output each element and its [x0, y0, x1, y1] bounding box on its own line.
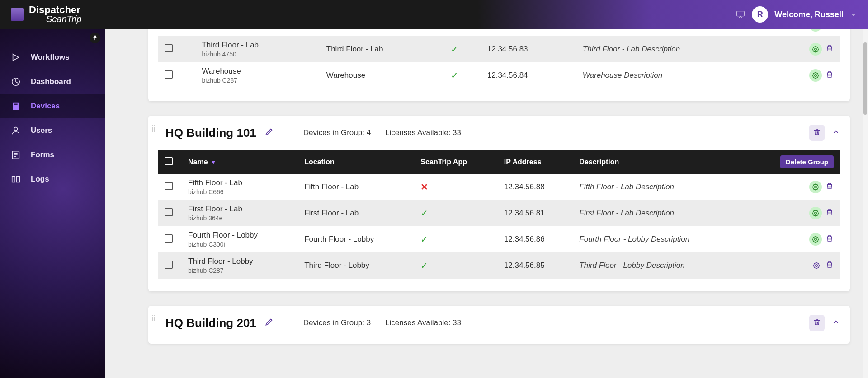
sidebar-item-users[interactable]: Users — [0, 118, 105, 143]
chat-icon[interactable] — [736, 9, 745, 19]
gear-configured-icon[interactable] — [809, 69, 822, 82]
gear-configured-icon[interactable] — [809, 207, 822, 219]
device-location: First Floor - Lab — [298, 200, 414, 226]
sort-desc-icon: ▼ — [211, 159, 217, 166]
device-location: Warehouse — [320, 62, 444, 89]
status-ok-icon: ✓ — [420, 208, 428, 218]
pin-sidebar-button[interactable] — [90, 33, 100, 43]
delete-device-button[interactable] — [826, 208, 834, 219]
scrollbar-thumb[interactable] — [863, 42, 867, 115]
col-scantrip[interactable]: ScanTrip App — [414, 150, 497, 174]
device-name: Fourth Floor - Lobby — [188, 231, 292, 240]
devices-icon — [11, 101, 21, 111]
row-checkbox[interactable] — [165, 208, 173, 216]
svg-point-10 — [815, 75, 817, 77]
device-row: Fourth Floor - Lobbybizhub C300i Fourth … — [158, 226, 840, 252]
device-row: Fifth Floor - Labbizhub C666 Fifth Floor… — [158, 174, 840, 200]
scrollbar[interactable] — [863, 29, 868, 378]
workflow-icon — [11, 52, 21, 62]
svg-point-18 — [816, 265, 818, 267]
edit-group-title-button[interactable] — [264, 127, 274, 138]
sidebar-item-logs[interactable]: Logs — [0, 167, 105, 191]
delete-device-button[interactable] — [826, 260, 834, 271]
status-fail-icon: ✕ — [420, 182, 428, 192]
gear-configured-icon[interactable] — [809, 43, 822, 56]
delete-device-button[interactable] — [826, 182, 834, 193]
col-description[interactable]: Description — [573, 150, 746, 174]
group-title: HQ Building 201 — [165, 316, 256, 330]
user-menu[interactable]: R Welcome, Russell — [736, 6, 857, 23]
gear-icon[interactable] — [811, 260, 822, 271]
status-ok-icon: ✓ — [420, 234, 428, 244]
row-checkbox[interactable] — [165, 182, 173, 190]
svg-rect-19 — [737, 11, 745, 16]
device-row: First Floor - Labbizhub 364e First Floor… — [158, 200, 840, 226]
device-model: bizhub 4750 — [202, 51, 313, 58]
drag-handle-icon[interactable]: ⠿⠿ — [151, 126, 154, 132]
group-title: HQ Building 101 — [165, 126, 256, 140]
group-card: ⠿⠿ HQ Building 101 Devices in Group: 4 L… — [148, 116, 850, 291]
device-name: First Floor - Lab — [188, 205, 292, 214]
svg-point-3 — [14, 127, 17, 131]
logs-icon — [11, 174, 21, 184]
delete-group-button[interactable]: Delete Group — [780, 155, 834, 168]
logo-divider — [94, 5, 94, 23]
device-description: Fifth Floor - Lab Description — [573, 174, 746, 200]
col-name[interactable]: Name▼ — [182, 150, 298, 174]
device-description: Third Floor - Lobby Description — [573, 252, 746, 279]
svg-point-12 — [815, 186, 817, 188]
delete-group-icon-button[interactable] — [809, 125, 825, 141]
svg-point-14 — [815, 212, 817, 215]
sidebar-item-dashboard[interactable]: Dashboard — [0, 70, 105, 94]
devices-in-group: Devices in Group: 3 — [303, 318, 371, 327]
col-ip[interactable]: IP Address — [498, 150, 573, 174]
forms-icon — [11, 150, 21, 160]
avatar[interactable]: R — [752, 6, 768, 23]
edit-group-title-button[interactable] — [264, 317, 274, 328]
col-location[interactable]: Location — [298, 150, 414, 174]
licenses-available: Licenses Available: 33 — [385, 318, 461, 327]
device-description: Fourth Floor - Lobby Description — [573, 226, 746, 252]
gear-configured-icon[interactable] — [809, 181, 822, 193]
device-location: Third Floor - Lab — [320, 36, 444, 62]
device-description: First Floor - Lab Description — [573, 200, 746, 226]
select-all-checkbox[interactable] — [165, 157, 173, 165]
drag-handle-icon[interactable]: ⠿⠿ — [151, 317, 154, 322]
status-ok-icon: ✓ — [420, 261, 428, 271]
delete-device-button[interactable] — [826, 70, 834, 81]
users-icon — [11, 126, 21, 135]
delete-device-button[interactable] — [826, 44, 834, 55]
svg-point-16 — [815, 238, 817, 241]
chevron-down-icon[interactable] — [850, 11, 857, 18]
sidebar-item-forms[interactable]: Forms — [0, 143, 105, 167]
brand-sub: ScanTrip — [46, 14, 82, 24]
device-name: Fifth Floor - Lab — [188, 178, 292, 187]
status-ok-icon: ✓ — [451, 44, 458, 54]
device-name: Warehouse — [202, 67, 313, 76]
sidebar-item-label: Forms — [31, 150, 54, 159]
device-row: Warehousebizhub C287 Warehouse ✓ 12.34.5… — [158, 62, 840, 89]
delete-group-icon-button[interactable] — [809, 315, 825, 331]
collapse-group-button[interactable] — [832, 318, 840, 328]
delete-device-button[interactable] — [826, 234, 834, 245]
devices-in-group: Devices in Group: 4 — [303, 128, 371, 137]
row-checkbox[interactable] — [165, 70, 173, 79]
collapse-group-button[interactable] — [832, 128, 840, 138]
device-table: Name▼ Location ScanTrip App IP Address D… — [158, 150, 840, 279]
device-model: bizhub 364e — [188, 215, 292, 222]
row-checkbox[interactable] — [165, 44, 173, 52]
pin-icon — [92, 35, 98, 41]
device-location: Third Floor - Lobby — [298, 252, 414, 279]
sidebar-item-devices[interactable]: Devices — [0, 94, 105, 118]
device-model: bizhub C300i — [188, 241, 292, 248]
device-name: Third Floor - Lobby — [188, 257, 292, 266]
sidebar-item-label: Dashboard — [31, 77, 71, 86]
gear-configured-icon[interactable] — [809, 233, 822, 246]
device-model: bizhub C287 — [202, 77, 313, 84]
device-model: bizhub C287 — [188, 267, 292, 274]
sidebar-item-workflows[interactable]: Workflows — [0, 45, 105, 70]
row-checkbox[interactable] — [165, 234, 173, 243]
device-location: Fourth Floor - Lobby — [298, 226, 414, 252]
row-checkbox[interactable] — [165, 261, 173, 269]
brand-main: Dispatcher — [29, 5, 82, 15]
